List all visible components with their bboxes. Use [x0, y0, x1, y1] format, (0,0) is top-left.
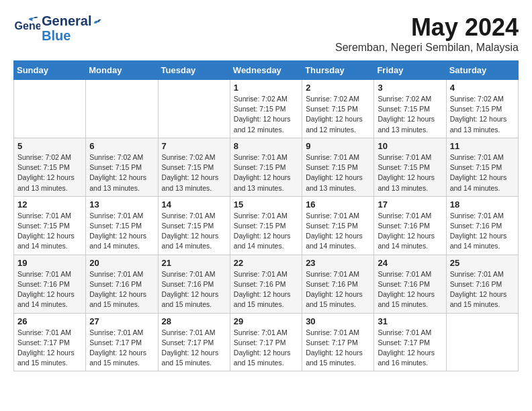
day-info: Sunrise: 7:01 AM Sunset: 7:17 PM Dayligh…	[17, 328, 82, 369]
day-number: 3	[378, 83, 442, 93]
calendar-cell: 18Sunrise: 7:01 AM Sunset: 7:16 PM Dayli…	[446, 196, 518, 255]
day-number: 22	[234, 258, 298, 268]
calendar-cell: 30Sunrise: 7:01 AM Sunset: 7:17 PM Dayli…	[302, 313, 374, 371]
day-info: Sunrise: 7:02 AM Sunset: 7:15 PM Dayligh…	[162, 152, 226, 193]
day-info: Sunrise: 7:01 AM Sunset: 7:16 PM Dayligh…	[450, 211, 515, 252]
calendar-cell: 19Sunrise: 7:01 AM Sunset: 7:16 PM Dayli…	[14, 255, 86, 313]
calendar-cell: 4Sunrise: 7:02 AM Sunset: 7:15 PM Daylig…	[446, 80, 518, 138]
day-info: Sunrise: 7:01 AM Sunset: 7:16 PM Dayligh…	[89, 269, 154, 310]
day-number: 2	[306, 83, 370, 93]
day-info: Sunrise: 7:01 AM Sunset: 7:16 PM Dayligh…	[378, 269, 442, 310]
day-number: 13	[89, 199, 154, 210]
logo-text: General Blue	[42, 13, 102, 43]
calendar-table: SundayMondayTuesdayWednesdayThursdayFrid…	[13, 60, 519, 371]
weekday-header-thursday: Thursday	[302, 61, 374, 80]
weekday-header-friday: Friday	[374, 61, 446, 80]
calendar-cell: 24Sunrise: 7:01 AM Sunset: 7:16 PM Dayli…	[374, 255, 446, 313]
day-info: Sunrise: 7:01 AM Sunset: 7:15 PM Dayligh…	[306, 211, 370, 252]
calendar-cell: 1Sunrise: 7:02 AM Sunset: 7:15 PM Daylig…	[230, 80, 302, 138]
weekday-header-sunday: Sunday	[14, 61, 86, 80]
day-info: Sunrise: 7:02 AM Sunset: 7:15 PM Dayligh…	[378, 94, 442, 135]
calendar-cell: 14Sunrise: 7:01 AM Sunset: 7:15 PM Dayli…	[158, 196, 230, 255]
svg-text:General: General	[15, 20, 40, 32]
calendar-row-3: 19Sunrise: 7:01 AM Sunset: 7:16 PM Dayli…	[14, 255, 519, 313]
day-number: 7	[162, 141, 226, 151]
calendar-cell	[446, 313, 518, 371]
day-number: 25	[450, 258, 515, 268]
logo-general-text: General	[42, 13, 102, 28]
weekday-header-tuesday: Tuesday	[158, 61, 230, 80]
day-info: Sunrise: 7:01 AM Sunset: 7:15 PM Dayligh…	[17, 211, 82, 252]
day-info: Sunrise: 7:01 AM Sunset: 7:15 PM Dayligh…	[378, 152, 442, 193]
weekday-header-monday: Monday	[86, 61, 158, 80]
day-number: 6	[89, 141, 154, 151]
day-info: Sunrise: 7:01 AM Sunset: 7:15 PM Dayligh…	[450, 152, 515, 193]
month-year-title: May 2024	[335, 13, 519, 42]
day-number: 14	[162, 199, 226, 210]
day-info: Sunrise: 7:01 AM Sunset: 7:16 PM Dayligh…	[17, 269, 82, 310]
calendar-cell: 26Sunrise: 7:01 AM Sunset: 7:17 PM Dayli…	[14, 313, 86, 371]
day-info: Sunrise: 7:01 AM Sunset: 7:15 PM Dayligh…	[162, 211, 226, 252]
logo-blue-text: Blue	[42, 28, 102, 43]
day-info: Sunrise: 7:01 AM Sunset: 7:15 PM Dayligh…	[89, 211, 154, 252]
calendar-cell: 6Sunrise: 7:02 AM Sunset: 7:15 PM Daylig…	[86, 138, 158, 196]
day-number: 28	[162, 316, 226, 326]
calendar-cell: 22Sunrise: 7:01 AM Sunset: 7:16 PM Dayli…	[230, 255, 302, 313]
calendar-cell: 17Sunrise: 7:01 AM Sunset: 7:16 PM Dayli…	[374, 196, 446, 255]
day-number: 11	[450, 141, 515, 151]
day-info: Sunrise: 7:01 AM Sunset: 7:16 PM Dayligh…	[450, 269, 515, 310]
calendar-cell: 12Sunrise: 7:01 AM Sunset: 7:15 PM Dayli…	[14, 196, 86, 255]
day-number: 9	[306, 141, 370, 151]
day-info: Sunrise: 7:01 AM Sunset: 7:17 PM Dayligh…	[378, 328, 442, 369]
day-info: Sunrise: 7:01 AM Sunset: 7:16 PM Dayligh…	[234, 269, 298, 310]
calendar-cell: 8Sunrise: 7:01 AM Sunset: 7:15 PM Daylig…	[230, 138, 302, 196]
day-number: 23	[306, 258, 370, 268]
day-info: Sunrise: 7:01 AM Sunset: 7:17 PM Dayligh…	[162, 328, 226, 369]
day-number: 26	[17, 316, 82, 326]
calendar-cell: 3Sunrise: 7:02 AM Sunset: 7:15 PM Daylig…	[374, 80, 446, 138]
calendar-cell	[14, 80, 86, 138]
day-info: Sunrise: 7:01 AM Sunset: 7:17 PM Dayligh…	[306, 328, 370, 369]
calendar-cell: 31Sunrise: 7:01 AM Sunset: 7:17 PM Dayli…	[374, 313, 446, 371]
calendar-cell: 5Sunrise: 7:02 AM Sunset: 7:15 PM Daylig…	[14, 138, 86, 196]
day-info: Sunrise: 7:01 AM Sunset: 7:15 PM Dayligh…	[306, 152, 370, 193]
day-info: Sunrise: 7:01 AM Sunset: 7:16 PM Dayligh…	[162, 269, 226, 310]
calendar-cell: 27Sunrise: 7:01 AM Sunset: 7:17 PM Dayli…	[86, 313, 158, 371]
day-number: 17	[378, 199, 442, 210]
day-number: 16	[306, 199, 370, 210]
day-info: Sunrise: 7:01 AM Sunset: 7:15 PM Dayligh…	[234, 152, 298, 193]
day-info: Sunrise: 7:02 AM Sunset: 7:15 PM Dayligh…	[450, 94, 515, 135]
calendar-cell: 20Sunrise: 7:01 AM Sunset: 7:16 PM Dayli…	[86, 255, 158, 313]
logo: General General Blue	[13, 13, 102, 43]
location-subtitle: Seremban, Negeri Sembilan, Malaysia	[335, 42, 519, 54]
day-info: Sunrise: 7:02 AM Sunset: 7:15 PM Dayligh…	[306, 94, 370, 135]
day-info: Sunrise: 7:01 AM Sunset: 7:17 PM Dayligh…	[234, 328, 298, 369]
day-number: 27	[89, 316, 154, 326]
calendar-cell: 23Sunrise: 7:01 AM Sunset: 7:16 PM Dayli…	[302, 255, 374, 313]
page-header: General General Blue May 2024 Seremban, …	[13, 13, 519, 54]
day-info: Sunrise: 7:02 AM Sunset: 7:15 PM Dayligh…	[234, 94, 298, 135]
calendar-cell: 13Sunrise: 7:01 AM Sunset: 7:15 PM Dayli…	[86, 196, 158, 255]
weekday-header-row: SundayMondayTuesdayWednesdayThursdayFrid…	[14, 61, 519, 80]
calendar-cell: 9Sunrise: 7:01 AM Sunset: 7:15 PM Daylig…	[302, 138, 374, 196]
calendar-cell: 7Sunrise: 7:02 AM Sunset: 7:15 PM Daylig…	[158, 138, 230, 196]
calendar-cell: 11Sunrise: 7:01 AM Sunset: 7:15 PM Dayli…	[446, 138, 518, 196]
day-info: Sunrise: 7:02 AM Sunset: 7:15 PM Dayligh…	[17, 152, 82, 193]
calendar-cell: 28Sunrise: 7:01 AM Sunset: 7:17 PM Dayli…	[158, 313, 230, 371]
day-number: 30	[306, 316, 370, 326]
day-number: 19	[17, 258, 82, 268]
day-number: 5	[17, 141, 82, 151]
calendar-cell: 15Sunrise: 7:01 AM Sunset: 7:15 PM Dayli…	[230, 196, 302, 255]
calendar-row-1: 5Sunrise: 7:02 AM Sunset: 7:15 PM Daylig…	[14, 138, 519, 196]
calendar-cell: 29Sunrise: 7:01 AM Sunset: 7:17 PM Dayli…	[230, 313, 302, 371]
calendar-row-4: 26Sunrise: 7:01 AM Sunset: 7:17 PM Dayli…	[14, 313, 519, 371]
day-number: 21	[162, 258, 226, 268]
logo-icon: General	[13, 15, 40, 42]
day-number: 20	[89, 258, 154, 268]
weekday-header-wednesday: Wednesday	[230, 61, 302, 80]
day-number: 18	[450, 199, 515, 210]
calendar-cell: 10Sunrise: 7:01 AM Sunset: 7:15 PM Dayli…	[374, 138, 446, 196]
calendar-row-2: 12Sunrise: 7:01 AM Sunset: 7:15 PM Dayli…	[14, 196, 519, 255]
day-number: 10	[378, 141, 442, 151]
day-number: 12	[17, 199, 82, 210]
